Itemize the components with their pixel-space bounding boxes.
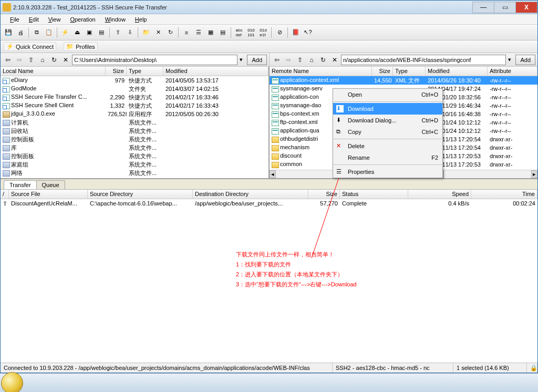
transfer-header[interactable]: / Source File Source Directory Destinati… xyxy=(1,190,537,199)
list-item[interactable]: 控制面板系统文件... xyxy=(1,152,268,160)
tab-transfer[interactable]: Transfer xyxy=(4,180,37,189)
download-icon[interactable]: ⇩ xyxy=(124,27,136,38)
save-icon[interactable]: 💾 xyxy=(3,27,14,38)
toolbar: 💾 🖨 ⧉ 📋 ⚡ ⏏ ▣ ▤ ⇧ ⇩ 📁 ✕ ↻ ≡ ☰ ▦ ▤ abcdef… xyxy=(1,25,537,40)
print-icon[interactable]: 🖨 xyxy=(15,27,26,38)
col-remote-size[interactable]: Size xyxy=(372,67,393,76)
col-tr-src[interactable]: Source File xyxy=(9,190,88,199)
tab-queue[interactable]: Queue xyxy=(36,180,65,189)
col-remote-type[interactable]: Type xyxy=(393,67,426,76)
col-remote-mod[interactable]: Modified xyxy=(426,67,488,76)
connect-icon[interactable]: ⚡ xyxy=(59,27,71,38)
menu-operation[interactable]: Operation xyxy=(66,15,99,24)
col-local-type[interactable]: Type xyxy=(127,67,163,76)
auto-icon[interactable]: 01de1f xyxy=(257,27,269,38)
quick-connect-button[interactable]: ⚡ Quick Connect xyxy=(4,42,56,51)
col-local-size[interactable]: Size xyxy=(106,67,127,76)
local-fwd-icon[interactable]: ⇨ xyxy=(14,55,25,65)
cm-download-dialog[interactable]: ⬇Download Dialog...Ctrl+D xyxy=(333,115,442,126)
remote-header[interactable]: Remote Name Size Type Modified Attribute xyxy=(270,67,537,76)
menu-file[interactable]: File xyxy=(6,15,24,24)
list-item[interactable]: 库系统文件... xyxy=(1,143,268,152)
terminal-icon[interactable]: ▣ xyxy=(84,27,95,38)
list-item[interactable]: 家庭组系统文件... xyxy=(1,160,268,169)
local-list[interactable]: eDiary979快捷方式2014/05/05 13:53:17GodMode文… xyxy=(1,76,268,178)
stop-icon[interactable]: ⊘ xyxy=(274,27,285,38)
view1-icon[interactable]: ≡ xyxy=(181,27,192,38)
newfolder-icon[interactable]: 📁 xyxy=(140,27,152,38)
cm-properties[interactable]: ☰Properties xyxy=(333,166,442,178)
upload-icon[interactable]: ⇧ xyxy=(112,27,123,38)
menu-view[interactable]: View xyxy=(44,15,65,24)
col-tr-status[interactable]: Status xyxy=(340,190,408,199)
start-button[interactable] xyxy=(1,372,23,392)
local-header[interactable]: Local Name Size Type Modified xyxy=(1,67,268,76)
col-local-name[interactable]: Local Name xyxy=(1,67,106,76)
copy-icon[interactable]: ⧉ xyxy=(31,27,43,38)
taskbar[interactable] xyxy=(0,373,538,392)
local-back-icon[interactable]: ⇦ xyxy=(3,55,13,65)
col-tr-icon[interactable]: / xyxy=(1,190,9,199)
disconnect-icon[interactable]: ⏏ xyxy=(71,27,83,38)
local-add-button[interactable]: Add xyxy=(247,55,267,65)
list-item[interactable]: SSH Secure Shell Client1,332快捷方式2014/02/… xyxy=(1,101,268,110)
cm-delete[interactable]: ✕Delete xyxy=(333,140,442,152)
list-item[interactable]: application-context.xml14,550XML 文件2014/… xyxy=(270,76,537,85)
refresh-icon[interactable]: ↻ xyxy=(164,27,176,38)
remote-add-button[interactable]: Add xyxy=(515,55,535,65)
delete-icon[interactable]: ✕ xyxy=(152,27,164,38)
close-button[interactable]: X xyxy=(515,2,537,13)
local-up-icon[interactable]: ⇧ xyxy=(26,55,36,65)
remote-back-icon[interactable]: ⇦ xyxy=(272,55,282,65)
col-tr-dest[interactable]: Destination Directory xyxy=(193,190,308,199)
ascii-icon[interactable]: abcdef xyxy=(233,27,245,38)
remote-refresh-icon[interactable]: ↻ xyxy=(318,55,328,65)
binary-icon[interactable]: 010101 xyxy=(245,27,257,38)
maximize-button[interactable]: ▭ xyxy=(494,2,516,13)
list-item[interactable]: 网络系统文件... xyxy=(1,169,268,177)
view4-icon[interactable]: ▤ xyxy=(217,27,229,38)
list-item[interactable]: eDiary979快捷方式2014/05/05 13:53:17 xyxy=(1,76,268,85)
remote-up-icon[interactable]: ⇧ xyxy=(295,55,305,65)
list-item[interactable]: 回收站系统文件... xyxy=(1,127,268,135)
remote-path-input[interactable] xyxy=(341,55,506,65)
transfer-list[interactable]: ⇧DiscountAgentUcRelaM...C:\apache-tomcat… xyxy=(1,199,537,208)
remote-stop-icon[interactable]: ✕ xyxy=(329,55,340,65)
context-menu[interactable]: OpenCtrl+O ⬇Download ⬇Download Dialog...… xyxy=(333,88,443,178)
col-tr-time[interactable]: Time xyxy=(471,190,537,199)
cm-rename[interactable]: RenameF2 xyxy=(333,152,442,163)
remote-fwd-icon[interactable]: ⇨ xyxy=(283,55,294,65)
menu-edit[interactable]: Edit xyxy=(25,15,43,24)
list-item[interactable]: SSH Secure File Transfer C...2,290快捷方式20… xyxy=(1,93,268,101)
window-icon[interactable]: ▤ xyxy=(96,27,107,38)
list-item[interactable]: 计算机系统文件... xyxy=(1,118,268,127)
list-item[interactable]: jdgui_3.3.0.0.exe726,528应用程序2012/05/05 0… xyxy=(1,110,268,118)
col-remote-name[interactable]: Remote Name xyxy=(270,67,372,76)
local-stop-icon[interactable]: ✕ xyxy=(60,55,71,65)
col-remote-attr[interactable]: Attribute xyxy=(488,67,537,76)
remote-home-icon[interactable]: ⌂ xyxy=(306,55,317,65)
profiles-button[interactable]: 📁 Profiles xyxy=(64,42,98,51)
list-item[interactable]: GodMode文件夹2014/03/07 14:02:15 xyxy=(1,85,268,93)
minimize-button[interactable]: — xyxy=(472,2,494,13)
paste-icon[interactable]: 📋 xyxy=(43,27,55,38)
cm-copy[interactable]: ⧉CopyCtrl+C xyxy=(333,126,442,138)
col-tr-srcdir[interactable]: Source Directory xyxy=(88,190,193,199)
title-bar[interactable]: 2:10.9.203.228 - Test_20141225 - SSH Sec… xyxy=(1,1,537,14)
col-tr-speed[interactable]: Speed xyxy=(408,190,471,199)
local-home-icon[interactable]: ⌂ xyxy=(37,55,48,65)
menu-help[interactable]: Help xyxy=(131,15,151,24)
cm-open[interactable]: OpenCtrl+O xyxy=(333,89,442,100)
help-book-icon[interactable]: 📕 xyxy=(290,27,302,38)
cm-download[interactable]: ⬇Download xyxy=(333,103,442,115)
list-item[interactable]: 控制面板系统文件... xyxy=(1,135,268,143)
view3-icon[interactable]: ▦ xyxy=(205,27,216,38)
local-refresh-icon[interactable]: ↻ xyxy=(49,55,59,65)
transfer-row[interactable]: ⇧DiscountAgentUcRelaM...C:\apache-tomcat… xyxy=(1,199,537,208)
col-tr-size[interactable]: Size xyxy=(308,190,340,199)
view2-icon[interactable]: ☰ xyxy=(193,27,204,38)
whatsthis-icon[interactable]: ↖? xyxy=(302,27,314,38)
menu-window[interactable]: Window xyxy=(101,15,130,24)
col-local-mod[interactable]: Modified xyxy=(163,67,268,76)
local-path-input[interactable] xyxy=(72,55,237,65)
